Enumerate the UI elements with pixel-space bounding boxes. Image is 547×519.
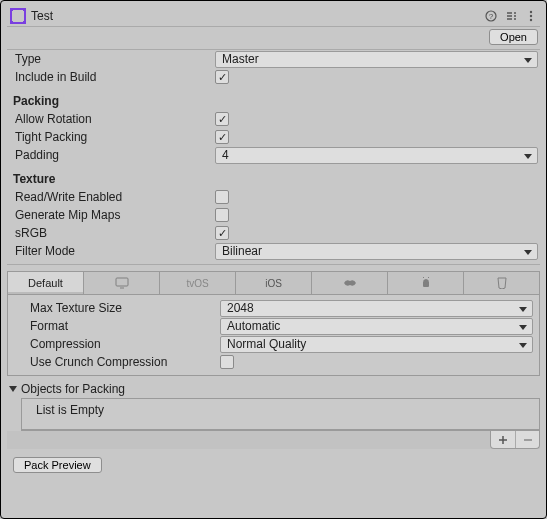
- pack-preview-button[interactable]: Pack Preview: [13, 457, 102, 473]
- svg-rect-3: [10, 21, 13, 24]
- svg-rect-0: [11, 9, 25, 23]
- tab-lumin[interactable]: [312, 272, 388, 294]
- objects-empty-text: List is Empty: [22, 399, 539, 430]
- compression-value: Normal Quality: [227, 337, 306, 351]
- objects-foldout[interactable]: Objects for Packing: [7, 376, 540, 398]
- open-button[interactable]: Open: [489, 29, 538, 45]
- svg-point-9: [530, 18, 532, 20]
- svg-rect-4: [23, 21, 26, 24]
- mip-maps-label: Generate Mip Maps: [9, 208, 215, 222]
- tight-packing-checkbox[interactable]: [215, 130, 229, 144]
- add-button[interactable]: [491, 431, 515, 448]
- texture-header: Texture: [7, 164, 540, 188]
- tab-tvos[interactable]: tvOS: [160, 272, 236, 294]
- packing-header: Packing: [7, 86, 540, 110]
- headset-icon: [342, 278, 358, 288]
- tab-webgl[interactable]: [464, 272, 539, 294]
- svg-rect-11: [423, 281, 429, 287]
- remove-button[interactable]: [515, 431, 539, 448]
- max-texture-size-dropdown[interactable]: 2048: [220, 300, 533, 317]
- menu-icon[interactable]: [524, 10, 538, 22]
- svg-point-8: [530, 14, 532, 16]
- allow-rotation-label: Allow Rotation: [9, 112, 215, 126]
- minus-icon: [523, 435, 533, 445]
- android-icon: [420, 277, 432, 289]
- include-in-build-checkbox[interactable]: [215, 70, 229, 84]
- sprite-atlas-icon: [9, 7, 27, 25]
- format-value: Automatic: [227, 319, 280, 333]
- objects-list: List is Empty: [21, 398, 540, 431]
- format-label: Format: [14, 319, 220, 333]
- platform-tabs: Default tvOS iOS: [7, 271, 540, 295]
- tab-tvos-label: tvOS: [186, 278, 208, 289]
- mip-maps-checkbox[interactable]: [215, 208, 229, 222]
- tab-default[interactable]: Default: [8, 272, 84, 294]
- svg-line-12: [423, 277, 424, 278]
- tab-android[interactable]: [388, 272, 464, 294]
- tab-ios-label: iOS: [265, 278, 282, 289]
- tab-standalone[interactable]: [84, 272, 160, 294]
- filter-mode-dropdown[interactable]: Bilinear: [215, 243, 538, 260]
- crunch-label: Use Crunch Compression: [14, 355, 220, 369]
- svg-text:?: ?: [489, 12, 494, 21]
- allow-rotation-checkbox[interactable]: [215, 112, 229, 126]
- padding-value: 4: [222, 148, 229, 162]
- presets-icon[interactable]: [504, 10, 518, 22]
- read-write-checkbox[interactable]: [215, 190, 229, 204]
- monitor-icon: [115, 277, 129, 289]
- padding-label: Padding: [9, 148, 215, 162]
- tight-packing-label: Tight Packing: [9, 130, 215, 144]
- read-write-label: Read/Write Enabled: [9, 190, 215, 204]
- svg-rect-2: [23, 8, 26, 11]
- type-dropdown[interactable]: Master: [215, 51, 538, 68]
- svg-line-13: [428, 277, 429, 278]
- chevron-down-icon: [9, 386, 17, 392]
- asset-title: Test: [31, 9, 484, 23]
- crunch-checkbox[interactable]: [220, 355, 234, 369]
- svg-rect-1: [10, 8, 13, 11]
- type-label: Type: [9, 52, 215, 66]
- compression-dropdown[interactable]: Normal Quality: [220, 336, 533, 353]
- max-texture-size-value: 2048: [227, 301, 254, 315]
- tab-default-label: Default: [28, 277, 63, 289]
- filter-mode-label: Filter Mode: [9, 244, 215, 258]
- plus-icon: [498, 435, 508, 445]
- svg-point-7: [530, 10, 532, 12]
- objects-header: Objects for Packing: [21, 382, 125, 396]
- tab-ios[interactable]: iOS: [236, 272, 312, 294]
- filter-mode-value: Bilinear: [222, 244, 262, 258]
- format-dropdown[interactable]: Automatic: [220, 318, 533, 335]
- compression-label: Compression: [14, 337, 220, 351]
- max-texture-size-label: Max Texture Size: [14, 301, 220, 315]
- srgb-label: sRGB: [9, 226, 215, 240]
- include-in-build-label: Include in Build: [9, 70, 215, 84]
- help-icon[interactable]: ?: [484, 10, 498, 22]
- svg-rect-10: [116, 278, 128, 286]
- padding-dropdown[interactable]: 4: [215, 147, 538, 164]
- html5-icon: [496, 277, 508, 289]
- type-value: Master: [222, 52, 259, 66]
- srgb-checkbox[interactable]: [215, 226, 229, 240]
